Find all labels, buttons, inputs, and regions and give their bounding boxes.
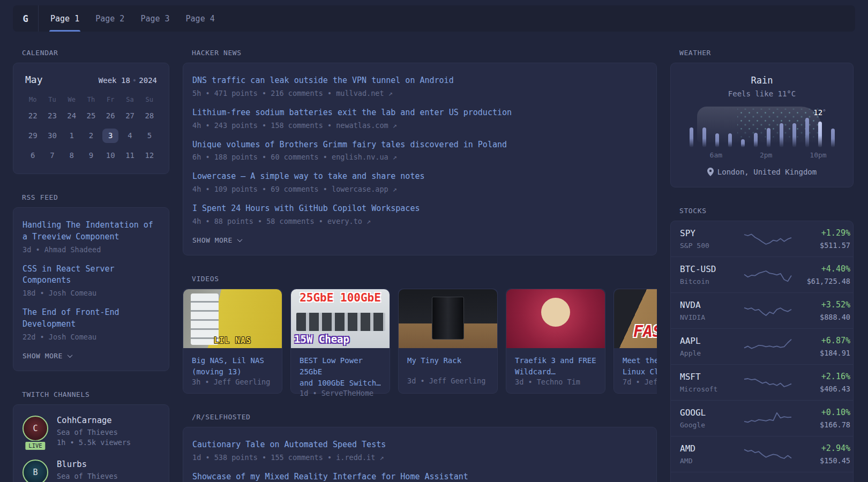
reddit-item-title[interactable]: Cautionary Tale on Automated Speed Tests (192, 439, 647, 451)
twitch-avatar-wrap: CLIVE (23, 416, 48, 447)
twitch-channel-meta: 1h • 5.5k viewers (57, 438, 131, 447)
video-title[interactable]: My Tiny Rack (399, 348, 497, 366)
hackernews-item-meta: 4h • 109 points • 69 comments • lowercas… (192, 185, 647, 193)
weather-axis-labels: 6am2pm10pm (685, 151, 839, 159)
weather-axis-label (697, 151, 709, 159)
stock-price: $61,725.48 (792, 277, 850, 285)
tab-page-1[interactable]: Page 1 (50, 5, 79, 32)
stock-identity: BTC-USDBitcoin (680, 264, 743, 285)
location-pin-icon (707, 168, 714, 176)
calendar-day-header: Mo (23, 96, 42, 103)
weather-bar-cell (710, 114, 723, 147)
reddit-item-title[interactable]: Showcase of my Mixed Reality Interface f… (192, 471, 647, 482)
weather-axis-label (797, 151, 810, 159)
video-card[interactable]: 25GbE 100GbE15W CheapBEST Low Power 25Gb… (290, 289, 390, 394)
weather-bar-cell (723, 114, 736, 147)
weather-temp-bar (741, 139, 745, 147)
calendar-day: 23 (44, 109, 60, 123)
calendar-day: 8 (64, 148, 80, 163)
twitch-channel-row[interactable]: CLIVECohhCarnageSea of Thieves1h • 5.5k … (23, 416, 160, 447)
hackernews-item-title[interactable]: I Spent 24 Hours with GitHub Copilot Wor… (192, 203, 647, 215)
video-title[interactable]: Big NAS, Lil NAS (moving 13) (183, 348, 282, 378)
weather-location: London, United Kingdom (717, 168, 817, 176)
twitch-channel-category: Sea of Thieves (57, 428, 131, 436)
calendar-day: 25 (83, 109, 99, 123)
rss-item: CSS in React Server Components18d • Josh… (23, 263, 160, 298)
video-meta: 3d • Techno Tim (506, 378, 605, 394)
twitch-channel-name[interactable]: CohhCarnage (57, 416, 131, 425)
stock-row-msft[interactable]: MSFTMicrosoft+2.16%$406.43 (671, 364, 853, 400)
weather-temp-bar (831, 129, 835, 147)
twitch-channel-info: BlurbsSea of Thieves1h • 264 viewers (57, 460, 126, 482)
calendar-grid: MoTuWeThFrSaSu22232425262728293012345678… (23, 96, 159, 163)
stock-symbol: GOOGL (680, 408, 743, 418)
rss-show-more-button[interactable]: SHOW MORE (23, 352, 160, 360)
weather-temp-bar (818, 122, 822, 147)
stock-row-spy[interactable]: SPYS&P 500+1.29%$511.57 (671, 221, 853, 257)
calendar-day-header: We (62, 96, 81, 103)
stock-symbol: NVDA (680, 300, 743, 310)
calendar-day: 2 (83, 129, 99, 143)
hackernews-item-title[interactable]: Lowercase – A simple way to take and sha… (192, 171, 647, 183)
app-logo[interactable]: G (13, 5, 39, 32)
video-thumbnail: FAST (614, 289, 657, 348)
reddit-widget: /R/SELFHOSTED Cautionary Tale on Automat… (183, 413, 657, 482)
stock-identity: GOOGLGoogle (680, 408, 743, 429)
rss-item-title[interactable]: Handling The Indentation of a Treeview C… (23, 220, 160, 243)
video-title[interactable]: Traefik 3 and FREE Wildcard… (506, 348, 605, 378)
hackernews-show-more-button[interactable]: SHOW MORE (192, 236, 647, 244)
stock-values: +1.29%$511.57 (792, 228, 850, 250)
weather-axis-label (827, 151, 839, 159)
top-navigation-bar: G Page 1Page 2Page 3Page 4 (13, 5, 855, 32)
calendar-year: 2024 (139, 76, 157, 85)
video-card[interactable]: FASTMeet the Linux Clu7d • Jeff Geerling (613, 289, 657, 394)
video-card[interactable]: LIL NASBig NAS, Lil NAS (moving 13)3h • … (183, 289, 282, 394)
stock-row-aapl[interactable]: AAPLApple+6.87%$184.91 (671, 328, 853, 364)
twitch-channel-row[interactable]: BLIVEBlurbsSea of Thieves1h • 264 viewer… (23, 460, 160, 482)
tab-page-2[interactable]: Page 2 (95, 5, 124, 32)
weather-temp-bar (728, 133, 732, 147)
twitch-avatar-wrap: BLIVE (23, 460, 48, 482)
rss-item-meta: 3d • Ahmad Shadeed (23, 245, 160, 254)
rss-item: Handling The Indentation of a Treeview C… (23, 220, 160, 254)
stock-identity: AAPLApple (680, 336, 743, 357)
stock-sparkline (743, 229, 792, 249)
rss-item-title[interactable]: The End of Front-End Development (23, 307, 160, 330)
calendar-day-header: Sa (120, 96, 139, 103)
calendar-day-header: Fr (101, 96, 120, 103)
video-title[interactable]: Meet the Linux Clu (614, 348, 657, 378)
weather-axis-label (735, 151, 747, 159)
stock-name: AMD (680, 457, 743, 465)
tab-page-4[interactable]: Page 4 (186, 5, 215, 32)
stock-row-rddt[interactable]: RDDT-1.65% (671, 472, 853, 482)
video-card[interactable]: Traefik 3 and FREE Wildcard…3d • Techno … (506, 289, 605, 394)
avatar: B (23, 460, 48, 482)
stock-row-googl[interactable]: GOOGLGoogle+0.10%$166.78 (671, 400, 853, 436)
video-title[interactable]: BEST Low Power 25GbE and 100GbE Switch… (291, 348, 390, 389)
hackernews-item-title[interactable]: DNS traffic can leak outside the VPN tun… (192, 75, 647, 87)
video-meta: 1d • ServeTheHome (291, 389, 390, 405)
stock-row-btc-usd[interactable]: BTC-USDBitcoin+4.40%$61,725.48 (671, 257, 853, 292)
stock-identity: NVDANVIDIA (680, 300, 743, 321)
stock-row-nvda[interactable]: NVDANVIDIA+3.52%$888.40 (671, 292, 853, 328)
video-card[interactable]: My Tiny Rack3d • Jeff Geerling (398, 289, 498, 394)
weather-bar-cell (698, 114, 710, 147)
tab-page-3[interactable]: Page 3 (140, 5, 169, 32)
weather-bar-cell (685, 114, 698, 147)
weather-axis-label (785, 151, 797, 159)
calendar-day: 27 (122, 109, 138, 123)
hackernews-item-title[interactable]: Lithium-free sodium batteries exit the l… (192, 107, 647, 119)
calendar-day-header: Th (81, 96, 101, 103)
calendar-month: May (25, 74, 43, 85)
rss-item-title[interactable]: CSS in React Server Components (23, 263, 160, 287)
stock-identity: AMDAMD (680, 443, 743, 465)
chevron-down-icon (68, 352, 73, 358)
video-thumbnail (399, 289, 497, 348)
calendar-day: 1 (64, 129, 80, 143)
hackernews-item-title[interactable]: Unique volumes of Brothers Grimm fairy t… (192, 139, 647, 151)
calendar-week-info: Week 18•2024 (99, 76, 157, 85)
twitch-channel-name[interactable]: Blurbs (57, 460, 126, 469)
weather-condition: Rain (682, 75, 842, 86)
hackernews-item: DNS traffic can leak outside the VPN tun… (192, 75, 647, 97)
stock-row-amd[interactable]: AMDAMD+2.94%$150.45 (671, 436, 853, 472)
